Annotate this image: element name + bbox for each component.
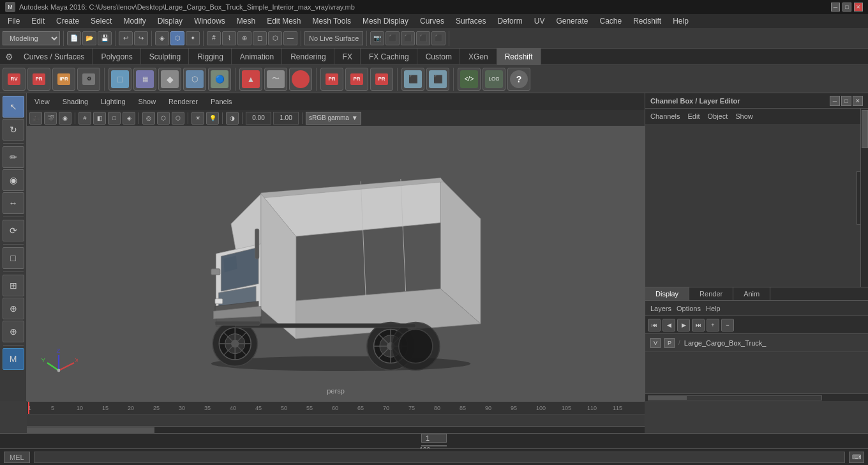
channel-scrollbar[interactable]	[860, 109, 868, 287]
rotate-tool[interactable]: ↻	[3, 119, 24, 141]
rs-pr-btn4[interactable]: PR	[370, 68, 393, 91]
rs-ipr-button[interactable]: IPR	[52, 68, 75, 91]
menu-generate[interactable]: Generate	[551, 14, 593, 28]
rs-rv-button[interactable]: RV	[3, 68, 26, 91]
vp-num-field-2[interactable]: 1.00	[273, 112, 299, 125]
viewport-menu-shading[interactable]: Shading	[59, 96, 92, 107]
select-tool[interactable]: ↖	[3, 96, 24, 118]
rs-obj4-button[interactable]: ⬡	[183, 68, 206, 91]
vp-light1[interactable]: ☀	[191, 112, 204, 125]
layer-scrollbar-bar[interactable]	[645, 393, 868, 401]
menu-edit-mesh[interactable]: Edit Mesh	[262, 14, 306, 28]
menu-mesh-display[interactable]: Mesh Display	[357, 14, 414, 28]
layer-row-1[interactable]: V P / Large_Cargo_Box_Truck_	[645, 334, 868, 352]
undo-button[interactable]: ↩	[119, 31, 133, 45]
channel-menu-edit[interactable]: Edit	[687, 112, 700, 120]
render-settings-button[interactable]: ⬛	[416, 31, 430, 45]
vp-shadow-button[interactable]: ◑	[226, 112, 239, 125]
window-controls[interactable]: ─ □ ✕	[831, 3, 863, 11]
rs-vol1-button[interactable]: ⬛	[401, 68, 424, 91]
close-button[interactable]: ✕	[854, 3, 863, 11]
tab-rigging[interactable]: Rigging	[190, 49, 232, 65]
current-frame-field[interactable]: 1	[421, 434, 447, 443]
layer-opt-layers[interactable]: Layers	[650, 305, 671, 312]
right-panel-controls[interactable]: ─ □ ✕	[830, 96, 863, 106]
timeline-ruler[interactable]: 1 5 10 15 20 25 30 35 40 45 50 55 60 65 …	[27, 402, 645, 415]
vp-grid-button[interactable]: #	[79, 112, 91, 125]
render-button[interactable]: ⬛	[385, 31, 400, 45]
vp-display1[interactable]: ⬡	[157, 112, 170, 125]
viewport-menu-renderer[interactable]: Renderer	[165, 96, 202, 107]
rs-mat3-button[interactable]	[289, 68, 312, 91]
snap-view-button[interactable]: ◻	[253, 31, 267, 45]
rs-obj5-button[interactable]: 🔵	[208, 68, 231, 91]
snap1[interactable]: ⊞	[3, 275, 24, 296]
rp-min-button[interactable]: ─	[830, 96, 840, 106]
menu-edit[interactable]: Edit	[26, 14, 50, 28]
lasso-tool-button[interactable]: ⬡	[170, 31, 184, 45]
rs-pr-btn2[interactable]: PR	[320, 68, 343, 91]
menu-mesh[interactable]: Mesh	[232, 14, 260, 28]
rs-log-button[interactable]: LOG	[483, 68, 505, 91]
vp-view-button[interactable]: ◉	[59, 112, 71, 125]
rs-mat1-button[interactable]: ▲	[239, 68, 262, 91]
new-scene-button[interactable]: 📄	[67, 31, 81, 45]
tab-redshift[interactable]: Redshift	[497, 49, 541, 65]
menu-uv[interactable]: UV	[529, 14, 550, 28]
paint-tool-button[interactable]: ✦	[186, 31, 200, 45]
menu-mesh-tools[interactable]: Mesh Tools	[308, 14, 356, 28]
layer-next-btn[interactable]: ▶	[677, 319, 690, 332]
rs-obj3-button[interactable]: ◆	[158, 68, 181, 91]
channel-menu-object[interactable]: Object	[707, 112, 728, 120]
layer-remove-btn[interactable]: −	[721, 319, 734, 332]
channel-menu-show[interactable]: Show	[735, 112, 753, 120]
vp-isolate-button[interactable]: ◎	[142, 112, 155, 125]
minimize-button[interactable]: ─	[831, 3, 840, 11]
save-scene-button[interactable]: 💾	[98, 31, 112, 45]
pivot-tool[interactable]: ⟳	[3, 220, 24, 241]
rs-mat2-button[interactable]: 〜	[264, 68, 287, 91]
menu-display[interactable]: Display	[153, 14, 188, 28]
snap-surface-button[interactable]: ⬡	[268, 31, 282, 45]
select-tool-button[interactable]: ◈	[155, 31, 169, 45]
transform-tool[interactable]: ↔	[3, 192, 24, 214]
viewport-menu-show[interactable]: Show	[135, 96, 160, 107]
rp-float-button[interactable]: □	[841, 96, 851, 106]
snap-curve-button[interactable]: ⌇	[222, 31, 236, 45]
tab-curves-surfaces[interactable]: Curves / Surfaces	[16, 49, 93, 65]
layer-opt-options[interactable]: Options	[677, 305, 701, 312]
timeline-track[interactable]	[27, 415, 645, 434]
layer-opt-help[interactable]: Help	[706, 305, 721, 312]
menu-help[interactable]: Help	[668, 14, 694, 28]
menu-create[interactable]: Create	[51, 14, 84, 28]
layer-scrollbar[interactable]	[648, 395, 822, 400]
layer-tab-anim[interactable]: Anim	[733, 287, 770, 300]
rs-pr-btn3[interactable]: PR	[345, 68, 368, 91]
component-tool[interactable]: ◉	[3, 169, 24, 191]
rs-settings-button[interactable]: ⚙	[77, 68, 100, 91]
vp-camera-button[interactable]: 🎥	[29, 112, 42, 125]
vp-display2[interactable]: ⬡	[172, 112, 184, 125]
snap3[interactable]: ⊕	[3, 321, 24, 342]
menu-file[interactable]: File	[3, 14, 25, 28]
tab-rendering[interactable]: Rendering	[283, 49, 334, 65]
no-live-surface-label[interactable]: No Live Surface	[304, 31, 363, 45]
gamma-dropdown-icon[interactable]: ▼	[352, 114, 358, 121]
rs-vol2-button[interactable]: ⬛	[426, 68, 449, 91]
vp-film-button[interactable]: 🎬	[44, 112, 57, 125]
layer-tab-display[interactable]: Display	[645, 287, 689, 300]
layer-prev-btn[interactable]: ◀	[662, 319, 675, 332]
render-seq-button[interactable]: ⬛	[431, 31, 445, 45]
tab-fx-caching[interactable]: FX Caching	[361, 49, 417, 65]
maximize-button[interactable]: □	[842, 3, 851, 11]
rs-obj2-button[interactable]: ▦	[133, 68, 156, 91]
rs-pr-button[interactable]: PR	[27, 68, 50, 91]
snap-edge-button[interactable]: —	[283, 31, 297, 45]
layer-first-btn[interactable]: ⏮	[648, 319, 661, 332]
rs-code-button[interactable]: </>	[458, 68, 481, 91]
layer-visibility-v[interactable]: V	[650, 338, 661, 348]
tab-sculpting[interactable]: Sculpting	[142, 49, 189, 65]
layer-tab-render[interactable]: Render	[689, 287, 733, 300]
rp-close-button[interactable]: ✕	[853, 96, 863, 106]
vp-wire-button[interactable]: □	[108, 112, 121, 125]
